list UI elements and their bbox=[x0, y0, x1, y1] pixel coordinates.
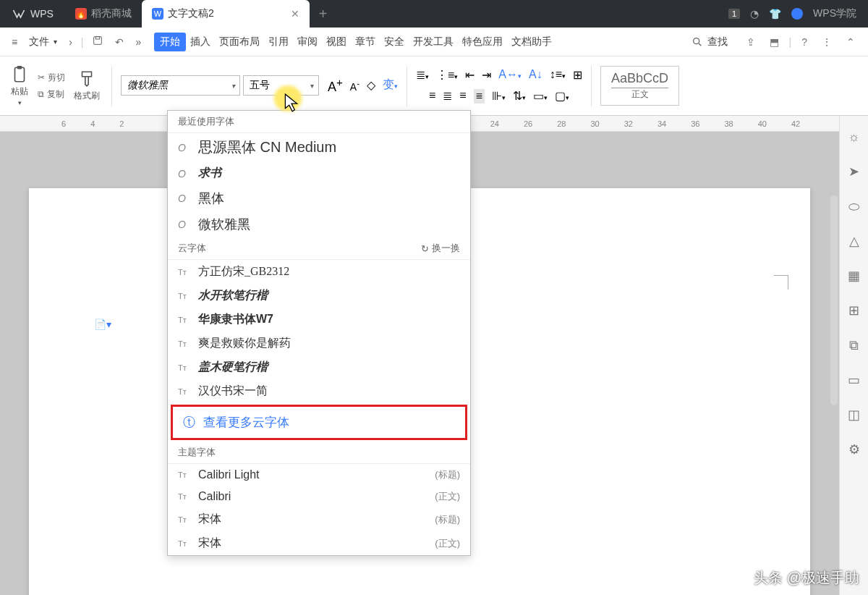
align-right-icon[interactable]: ≡ bbox=[459, 89, 466, 104]
phonetic-icon[interactable]: 变▾ bbox=[383, 77, 398, 93]
more-icon[interactable]: » bbox=[129, 36, 147, 48]
tab-reference[interactable]: 引用 bbox=[264, 33, 293, 51]
notification-badge[interactable]: 1 bbox=[728, 9, 740, 19]
font-item[interactable]: O微软雅黑 bbox=[168, 211, 470, 237]
font-item[interactable]: O思源黑体 CN Medium bbox=[168, 133, 470, 161]
ribbon-toolbar: 粘贴 ▾ ✂剪切 ⧉复制 格式刷 微软雅黑 ▾ 五号 ▾ bbox=[0, 56, 868, 116]
save-icon[interactable] bbox=[86, 35, 109, 48]
grid-icon[interactable]: ▦ bbox=[846, 268, 862, 284]
share-icon[interactable]: ⇪ bbox=[739, 36, 762, 48]
paste-button[interactable]: 粘贴 ▾ bbox=[7, 64, 32, 108]
tab-feature[interactable]: 特色应用 bbox=[458, 33, 507, 51]
ttf-icon: Tт bbox=[178, 387, 191, 396]
chevron-right-icon[interactable]: › bbox=[63, 36, 78, 48]
selection-icon[interactable]: ⬭ bbox=[846, 198, 862, 214]
menu-bar: ≡ 文件▾ › | ↶ » 开始 插入 页面布局 引用 审阅 视图 章节 安全 … bbox=[0, 28, 868, 56]
theme-fonts-header: 主题字体 bbox=[168, 442, 470, 464]
tab-document[interactable]: W 文字文稿2 ✕ bbox=[142, 0, 310, 28]
indent-left-icon[interactable]: ⇤ bbox=[465, 68, 475, 82]
more-cloud-fonts-link[interactable]: ⓣ 查看更多云字体 bbox=[173, 410, 465, 435]
tab-assist[interactable]: 文档助手 bbox=[507, 33, 556, 51]
drop-icon[interactable]: ◔ bbox=[750, 8, 759, 20]
style-body-preview[interactable]: AaBbCcD 正文 bbox=[600, 66, 679, 106]
refresh-button[interactable]: ↻换一换 bbox=[421, 242, 460, 255]
layers-icon[interactable]: ◫ bbox=[846, 407, 862, 423]
bullet-list-icon[interactable]: ≣▾ bbox=[416, 68, 429, 82]
search-box[interactable]: 查找 bbox=[680, 35, 739, 48]
align-left-icon[interactable]: ≡ bbox=[429, 89, 435, 104]
file-menu[interactable]: 文件▾ bbox=[23, 35, 63, 48]
collapse-icon[interactable]: ⌃ bbox=[839, 36, 862, 48]
align-center-icon[interactable]: ≣ bbox=[443, 89, 452, 104]
tab-dev[interactable]: 开发工具 bbox=[409, 33, 458, 51]
font-item[interactable]: O黑体 bbox=[168, 185, 470, 211]
cursor-icon[interactable]: ➤ bbox=[846, 164, 862, 180]
kebab-icon[interactable]: ⋮ bbox=[814, 36, 839, 48]
shading-icon[interactable]: ▭▾ bbox=[533, 89, 548, 104]
cut-button[interactable]: ✂剪切 bbox=[38, 72, 65, 84]
copy-button[interactable]: ⧉复制 bbox=[38, 88, 65, 101]
tab-section[interactable]: 章节 bbox=[351, 33, 380, 51]
tab-store[interactable]: 🔥 稻壳商城 bbox=[65, 0, 142, 28]
tab-layout[interactable]: 页面布局 bbox=[215, 33, 264, 51]
sun-icon[interactable]: ☼ bbox=[846, 129, 862, 145]
font-item[interactable]: O求书 bbox=[168, 161, 470, 185]
font-item[interactable]: Tт宋体(标题) bbox=[168, 507, 470, 531]
ttf-icon: Tт bbox=[178, 339, 191, 348]
svg-point-2 bbox=[693, 38, 699, 43]
refresh-icon: ↻ bbox=[421, 243, 429, 254]
sort-icon[interactable]: A↓ bbox=[529, 68, 542, 82]
svg-rect-1 bbox=[96, 37, 100, 39]
apps-icon[interactable]: ⊞ bbox=[846, 303, 862, 318]
tab-start[interactable]: 开始 bbox=[154, 33, 186, 51]
format-painter-button[interactable]: 格式刷 bbox=[71, 68, 103, 104]
vertical-scrollbar[interactable] bbox=[830, 195, 838, 405]
page-icon[interactable]: ▭ bbox=[846, 372, 862, 388]
settings-icon[interactable]: ⚙ bbox=[846, 442, 862, 457]
number-list-icon[interactable]: ⋮≡▾ bbox=[436, 68, 458, 82]
grow-font-icon[interactable]: A+ bbox=[328, 76, 343, 95]
table-icon[interactable]: ⊞ bbox=[573, 68, 582, 82]
font-item[interactable]: Tт汉仪书宋一简 bbox=[168, 379, 470, 403]
border-icon[interactable]: ▢▾ bbox=[555, 89, 569, 104]
font-item[interactable]: Tт方正仿宋_GB2312 bbox=[168, 260, 470, 284]
font-item[interactable]: Tт华康隶书体W7 bbox=[168, 308, 470, 332]
title-bar: WPS 🔥 稻壳商城 W 文字文稿2 ✕ + 1 ◔ 👕 WPS学院 bbox=[0, 0, 868, 28]
align-justify-icon[interactable]: ≡ bbox=[474, 89, 485, 104]
undo-icon[interactable]: ↶ bbox=[109, 36, 129, 48]
clear-format-icon[interactable]: ◇ bbox=[367, 78, 375, 92]
export-icon[interactable]: ⬒ bbox=[762, 36, 786, 48]
help-icon[interactable]: ? bbox=[794, 36, 814, 48]
spacing-icon[interactable]: ⇅▾ bbox=[513, 89, 526, 104]
line-spacing-icon[interactable]: ↕≡▾ bbox=[550, 68, 566, 82]
outline-icon[interactable]: ⧉ bbox=[846, 337, 862, 353]
brush-icon bbox=[77, 69, 96, 88]
chevron-down-icon[interactable]: ▾ bbox=[231, 81, 235, 89]
shirt-icon[interactable]: 👕 bbox=[769, 8, 781, 20]
search-icon bbox=[692, 36, 703, 48]
font-item[interactable]: Tт盖木硬笔行楷 bbox=[168, 355, 470, 379]
close-icon[interactable]: ✕ bbox=[291, 8, 299, 20]
font-dropdown[interactable]: 最近使用字体 O思源黑体 CN Medium O求书 O黑体 O微软雅黑 云字体… bbox=[167, 110, 471, 556]
shrink-font-icon[interactable]: A- bbox=[350, 78, 359, 93]
new-tab-button[interactable]: + bbox=[310, 0, 337, 28]
font-item[interactable]: TтCalibri(正文) bbox=[168, 486, 470, 507]
triangle-icon[interactable]: △ bbox=[846, 233, 862, 249]
chevron-down-icon[interactable]: ▾ bbox=[310, 81, 314, 89]
font-item[interactable]: Tт宋体(正文) bbox=[168, 531, 470, 555]
menu-icon[interactable]: ≡ bbox=[6, 36, 23, 48]
tab-insert[interactable]: 插入 bbox=[186, 33, 215, 51]
font-name-combo[interactable]: 微软雅黑 ▾ bbox=[121, 75, 240, 96]
font-item[interactable]: Tт水开软笔行楷 bbox=[168, 284, 470, 308]
distribute-icon[interactable]: ⊪▾ bbox=[492, 89, 506, 104]
account-label[interactable]: WPS学院 bbox=[813, 7, 856, 20]
font-item[interactable]: TтCalibri Light(标题) bbox=[168, 464, 470, 486]
svg-rect-4 bbox=[17, 66, 22, 69]
char-scale-icon[interactable]: A↔▾ bbox=[498, 68, 522, 82]
open-font-icon: O bbox=[178, 142, 191, 153]
tab-review[interactable]: 审阅 bbox=[293, 33, 322, 51]
indent-right-icon[interactable]: ⇥ bbox=[482, 68, 491, 82]
tab-view[interactable]: 视图 bbox=[322, 33, 351, 51]
tab-security[interactable]: 安全 bbox=[380, 33, 409, 51]
font-item[interactable]: Tт爽是救赎你是解药 bbox=[168, 332, 470, 355]
